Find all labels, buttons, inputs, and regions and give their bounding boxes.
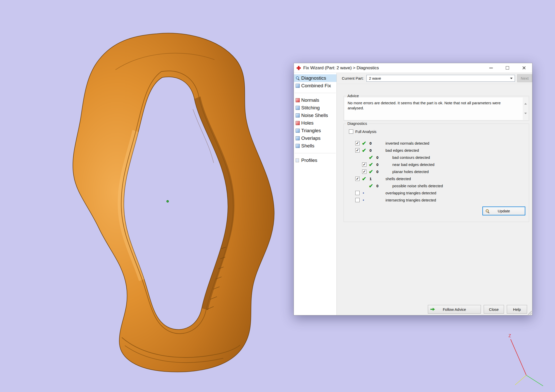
application-window: Z Fix Wizard (Part: 2 wave) > Diagnostic… [0,0,555,392]
sidebar-item-overlaps[interactable]: Overlaps [294,134,337,142]
pending-dot-icon [362,191,369,195]
diagnostic-row: 0near bad edges detected [362,161,524,168]
diagnostic-checkbox[interactable] [362,162,366,167]
sidebar-item-label: Combined Fix [301,83,331,89]
sidebar-item-profiles[interactable]: Profiles [294,157,337,164]
diagnostic-checkbox[interactable] [355,198,360,202]
axis-z-label: Z [509,334,511,338]
update-button-label: Update [498,209,510,213]
diagnostic-count: 0 [376,169,383,174]
advice-text: No more errors are detected. It seems th… [348,100,517,111]
green-check-icon [362,148,369,153]
diagnostic-checkbox[interactable] [362,169,366,174]
follow-advice-label: Follow Advice [443,307,466,312]
sidebar-item-label: Holes [301,120,314,126]
diagnostic-count: 0 [369,148,377,152]
diagnostic-row: 0inverted normals detected [355,140,524,147]
checkbox-slot [355,198,362,202]
green-check-icon [369,183,376,189]
close-button[interactable]: Close [484,305,504,314]
sidebar-item-shells[interactable]: Shells [294,142,337,150]
current-part-dropdown[interactable]: 2 wave [366,75,515,82]
sidebar-separator [295,153,336,153]
minimize-button[interactable] [483,63,499,73]
next-button[interactable]: Next [517,74,532,82]
sidebar-item-stitching[interactable]: Stitching [294,104,337,112]
green-check-icon [362,176,369,181]
diagnostic-count: 0 [376,155,383,160]
current-part-label: Current Part: [342,76,364,80]
cube-icon [296,113,300,117]
sidebar-item-holes[interactable]: Holes [294,119,337,127]
dialog-title: Fix Wizard (Part: 2 wave) > Diagnostics [303,65,379,71]
full-analysis-checkbox[interactable] [349,129,353,134]
green-check-icon [369,162,376,167]
checkbox-slot [355,191,362,195]
diagnostic-label: planar holes detected [392,169,429,174]
pending-dot-icon [362,198,369,202]
diagnostic-label: inverted normals detected [385,141,429,145]
help-button-label: Help [513,307,521,312]
sidebar-item-label: Profiles [301,158,317,163]
current-part-value: 2 wave [369,76,381,80]
diagnostic-count: 1 [369,177,377,181]
sidebar-item-label: Stitching [301,105,320,111]
advice-textarea: No more errors are detected. It seems th… [344,97,528,120]
sidebar-item-noise-shells[interactable]: Noise Shells [294,112,337,119]
document-icon [296,158,299,162]
sidebar-item-triangles[interactable]: Triangles [294,127,337,134]
chevron-down-icon [508,75,515,81]
diagnostic-count: 0 [369,141,377,145]
sidebar-item-normals[interactable]: Normals [294,96,337,104]
scroll-up-icon[interactable] [524,99,527,103]
diagnostic-row: intersecting triangles detected [355,196,524,203]
sidebar-separator [295,93,336,93]
follow-advice-button[interactable]: Follow Advice [428,305,481,314]
cube-icon [296,106,300,110]
orientation-axes: Z [503,332,549,387]
diagnostic-checkbox[interactable] [355,177,360,181]
sidebar-item-combined-fix[interactable]: Combined Fix [294,82,337,90]
update-button[interactable]: Update [482,207,525,215]
diagnostic-label: near bad edges detected [392,162,434,167]
sidebar-item-diagnostics[interactable]: Diagnostics [294,74,337,82]
close-window-button[interactable] [516,63,532,73]
close-button-label: Close [489,307,499,312]
green-arrow-icon [430,308,435,311]
diagnostic-label: shells detected [385,177,411,181]
diagnostic-checkbox[interactable] [355,148,360,152]
diagnostic-row: 1shells detected [355,175,524,182]
diagnostic-label: overlapping triangles detected [385,191,436,195]
close-icon [522,66,526,70]
cube-icon [296,144,300,148]
diagnostic-label: intersecting triangles detected [385,198,436,202]
sidebar-item-label: Noise Shells [301,113,328,118]
diagnostic-checkbox[interactable] [355,191,360,195]
diagnostic-row: 0bad edges detected [355,147,524,154]
diagnostic-label: possible noise shells detected [392,184,443,188]
scroll-down-icon[interactable] [524,114,527,119]
advice-scrollbar[interactable] [523,97,528,120]
sidebar-item-label: Shells [301,143,314,149]
diagnostics-rows: 0inverted normals detected0bad edges det… [355,140,524,203]
help-button[interactable]: Help [507,305,527,314]
diagnostic-row: 0possible noise shells detected [362,182,524,189]
diagnostic-row: overlapping triangles detected [355,189,524,196]
maximize-button[interactable] [499,63,516,73]
diagnostic-checkbox[interactable] [355,141,360,145]
cube-icon [296,84,300,88]
green-check-icon [369,155,376,160]
diagnostic-label: bad edges detected [385,148,419,152]
sidebar-item-label: Normals [301,97,319,103]
checkbox-slot [355,141,362,145]
magnifier-icon [296,76,300,80]
resize-grip[interactable] [527,310,532,315]
fix-wizard-dialog: Fix Wizard (Part: 2 wave) > Diagnostics … [294,63,532,315]
cube-red-icon [296,121,300,125]
full-analysis-option: Full Analysis [349,129,376,134]
cube-icon [296,136,300,140]
dialog-titlebar[interactable]: Fix Wizard (Part: 2 wave) > Diagnostics [294,63,532,73]
magnifier-icon [485,209,490,213]
diagnostic-count: 0 [376,162,383,167]
current-part-toolbar: Current Part: 2 wave Next [337,73,532,84]
